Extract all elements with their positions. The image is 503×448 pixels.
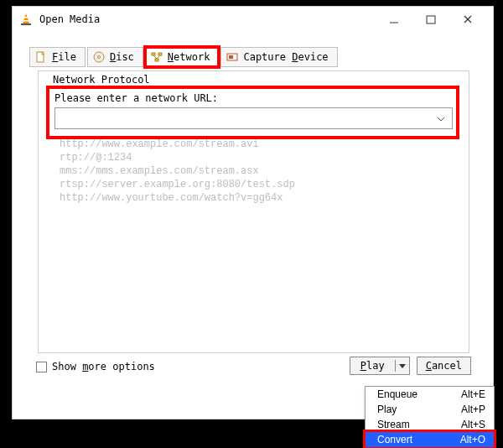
minimize-button[interactable] bbox=[376, 8, 412, 31]
url-example-line: http://www.yourtube.com/watch?v=gg64x bbox=[60, 191, 295, 205]
vlc-cone-icon bbox=[19, 13, 33, 26]
svg-marker-0 bbox=[23, 13, 29, 23]
file-icon bbox=[35, 51, 47, 63]
tabs: File Disc Network Capture Device bbox=[13, 47, 493, 67]
svg-rect-12 bbox=[158, 53, 162, 55]
url-example-line: mms://mms.examples.com/stream.asx bbox=[60, 164, 295, 178]
menu-item-convert-highlight: Convert Alt+O bbox=[366, 432, 494, 447]
url-example-line: rtp://@:1234 bbox=[60, 151, 295, 164]
maximize-button[interactable] bbox=[412, 8, 449, 31]
url-label: Please enter a network URL: bbox=[54, 92, 453, 104]
tab-file[interactable]: File bbox=[29, 47, 86, 67]
play-button[interactable]: Play bbox=[350, 357, 410, 375]
tab-disc[interactable]: Disc bbox=[87, 47, 143, 67]
menu-item-play[interactable]: Play Alt+P bbox=[366, 402, 494, 417]
titlebar: Open Media bbox=[13, 7, 493, 32]
svg-rect-1 bbox=[21, 23, 31, 25]
play-dropdown-menu: Enqueue Alt+E Play Alt+P Stream Alt+S Co… bbox=[365, 386, 495, 448]
svg-rect-5 bbox=[427, 16, 435, 23]
tab-capture-device[interactable]: Capture Device bbox=[220, 47, 337, 67]
network-icon bbox=[151, 51, 163, 63]
url-example-line: rtsp://server.example.org:8080/test.sdp bbox=[60, 178, 295, 191]
svg-rect-13 bbox=[155, 59, 158, 61]
menu-item-stream[interactable]: Stream Alt+S bbox=[366, 417, 494, 432]
svg-rect-11 bbox=[152, 53, 155, 55]
capture-icon bbox=[226, 51, 238, 63]
disc-icon bbox=[93, 51, 105, 63]
svg-line-15 bbox=[157, 55, 160, 59]
svg-line-14 bbox=[153, 55, 157, 59]
chevron-down-icon[interactable] bbox=[437, 112, 445, 124]
play-dropdown-toggle[interactable] bbox=[396, 364, 409, 368]
svg-rect-8 bbox=[37, 52, 44, 62]
network-protocol-label: Network Protocol bbox=[49, 74, 153, 86]
url-highlight: Please enter a network URL: bbox=[46, 86, 459, 139]
window-title: Open Media bbox=[39, 13, 100, 25]
open-media-window: Open Media File Disc Network Capture Dev… bbox=[12, 6, 494, 419]
tab-network[interactable]: Network bbox=[145, 47, 220, 67]
svg-rect-2 bbox=[24, 17, 28, 18]
svg-point-10 bbox=[97, 56, 100, 59]
svg-marker-18 bbox=[399, 364, 406, 368]
menu-item-enqueue[interactable]: Enqueue Alt+E bbox=[366, 387, 494, 402]
bottom-buttons: Play Cancel bbox=[350, 357, 471, 375]
cancel-button[interactable]: Cancel bbox=[417, 357, 471, 375]
show-more-checkbox[interactable] bbox=[36, 362, 47, 372]
svg-rect-3 bbox=[23, 20, 29, 22]
url-input[interactable] bbox=[54, 107, 453, 129]
close-button[interactable] bbox=[449, 8, 486, 31]
svg-rect-17 bbox=[229, 55, 233, 59]
url-examples: http://www.example.com/stream.avi rtp://… bbox=[60, 138, 295, 205]
show-more-options[interactable]: Show more options bbox=[36, 361, 155, 372]
url-example-line: http://www.example.com/stream.avi bbox=[60, 138, 295, 151]
menu-item-convert[interactable]: Convert Alt+O bbox=[366, 432, 494, 447]
